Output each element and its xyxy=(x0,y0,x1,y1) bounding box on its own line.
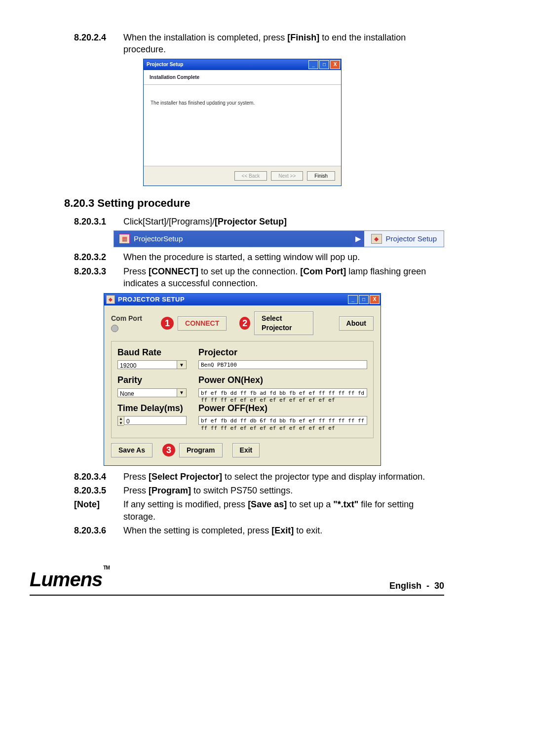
startmenu-folder[interactable]: ▦ ProjectorSetup xyxy=(114,231,352,247)
step-8-20-3-6: 8.20.3.6 When the setting is completed, … xyxy=(74,525,444,536)
program-button[interactable]: Program xyxy=(179,443,223,457)
finish-button[interactable]: Finish xyxy=(307,171,335,181)
parity-dropdown[interactable]: None ▼ xyxy=(117,388,187,397)
callout-3: 3 xyxy=(162,444,175,456)
step-8-20-2-4: 8.20.2.4 When the installation is comple… xyxy=(74,32,444,56)
app-icon: ◆ xyxy=(371,234,382,244)
page-footer: LumensTM English - 30 xyxy=(30,566,444,593)
maximize-icon[interactable]: □ xyxy=(319,60,329,69)
parity-label: Parity xyxy=(117,374,187,386)
minimize-icon[interactable]: _ xyxy=(348,295,358,304)
folder-icon: ▦ xyxy=(119,234,130,244)
comport-label: Com Port xyxy=(111,314,148,333)
exit-button[interactable]: Exit xyxy=(232,443,260,457)
step-8-20-3-4: 8.20.3.4 Press [Select Projector] to sel… xyxy=(74,471,444,483)
step-8-20-3-5: 8.20.3.5 Press [Program] to switch PS750… xyxy=(74,485,444,496)
chevron-down-icon[interactable]: ▼ xyxy=(177,360,187,369)
step-8-20-3-2: 8.20.3.2 When the procedure is started, … xyxy=(74,251,444,263)
spin-up-icon[interactable]: ▲ xyxy=(118,416,124,421)
installer-heading: Installation Complete xyxy=(144,70,341,85)
lumens-logo: LumensTM xyxy=(30,566,109,593)
ps-titlebar: ◆ PROJECTOR SETUP _ □ X xyxy=(104,294,381,305)
ps-title-text: PROJECTOR SETUP xyxy=(118,295,347,304)
page-footer-right: English - 30 xyxy=(389,580,444,593)
ps-toolbar: Com Port 1 CONNECT 2 Select Projector Ab… xyxy=(104,305,381,341)
startmenu-item[interactable]: ◆ Projector Setup xyxy=(364,231,444,247)
select-projector-button[interactable]: Select Projector xyxy=(254,311,313,335)
power-on-label: Power ON(Hex) xyxy=(198,374,367,386)
back-button: << Back xyxy=(234,171,267,181)
note-row: [Note] If any setting is modified, press… xyxy=(74,498,444,523)
startmenu-screenshot: ▦ ProjectorSetup ▶ ◆ Projector Setup xyxy=(114,230,444,247)
step-8-20-3-1: 8.20.3.1 Click[Start]/[Programs]/[Projec… xyxy=(74,216,444,227)
connect-button[interactable]: CONNECT xyxy=(178,316,227,331)
about-button[interactable]: About xyxy=(339,316,374,331)
baud-label: Baud Rate xyxy=(117,346,187,358)
ps-settings-panel: Baud Rate 19200 ▼ Projector BenQ PB7100 … xyxy=(111,341,374,438)
save-as-button[interactable]: Save As xyxy=(111,443,152,457)
step-text: When the installation is completed, pres… xyxy=(123,32,444,56)
callout-2: 2 xyxy=(239,317,250,330)
heading-8-20-3: 8.20.3 Setting procedure xyxy=(64,196,444,211)
power-off-field[interactable]: bf ef fb dd ff db 6f fd bb fb ef ef ff f… xyxy=(198,416,367,425)
delay-label: Time Delay(ms) xyxy=(117,402,187,414)
installer-titlebar: Projector Setup _ □ X xyxy=(144,59,341,70)
projector-setup-window: ◆ PROJECTOR SETUP _ □ X Com Port 1 CONNE… xyxy=(104,293,381,466)
step-8-20-3-3: 8.20.3.3 Press [CONNECT] to set up the c… xyxy=(74,265,444,290)
ps-bottom-buttons: Save As 3 Program Exit xyxy=(111,443,374,457)
callout-1: 1 xyxy=(161,317,174,330)
delay-spinner[interactable]: ▲▼ 0 xyxy=(117,416,187,426)
app-icon: ◆ xyxy=(106,295,115,304)
projector-label: Projector xyxy=(198,346,367,358)
spin-down-icon[interactable]: ▼ xyxy=(118,421,124,425)
close-icon[interactable]: X xyxy=(370,295,380,304)
step-number: 8.20.2.4 xyxy=(74,32,123,43)
minimize-icon[interactable]: _ xyxy=(308,60,318,69)
installer-title: Projector Setup xyxy=(145,61,307,68)
installer-body: The installer has finished updating your… xyxy=(144,85,341,166)
projector-field[interactable]: BenQ PB7100 xyxy=(198,360,367,369)
power-on-field[interactable]: bf ef fb dd ff fb ad fd bb fb ef ef ff f… xyxy=(198,388,367,397)
next-button: Next >> xyxy=(271,171,303,181)
baud-dropdown[interactable]: 19200 ▼ xyxy=(117,360,187,369)
submenu-arrow-icon: ▶ xyxy=(352,231,364,247)
close-icon[interactable]: X xyxy=(330,60,340,69)
maximize-icon[interactable]: □ xyxy=(359,295,369,304)
footer-rule xyxy=(30,595,444,596)
power-off-label: Power OFF(Hex) xyxy=(198,402,367,414)
comport-indicator-icon xyxy=(111,325,118,332)
installer-window: Projector Setup _ □ X Installation Compl… xyxy=(143,59,342,187)
installer-buttons: << Back Next >> Finish xyxy=(144,166,341,186)
chevron-down-icon[interactable]: ▼ xyxy=(177,388,187,397)
